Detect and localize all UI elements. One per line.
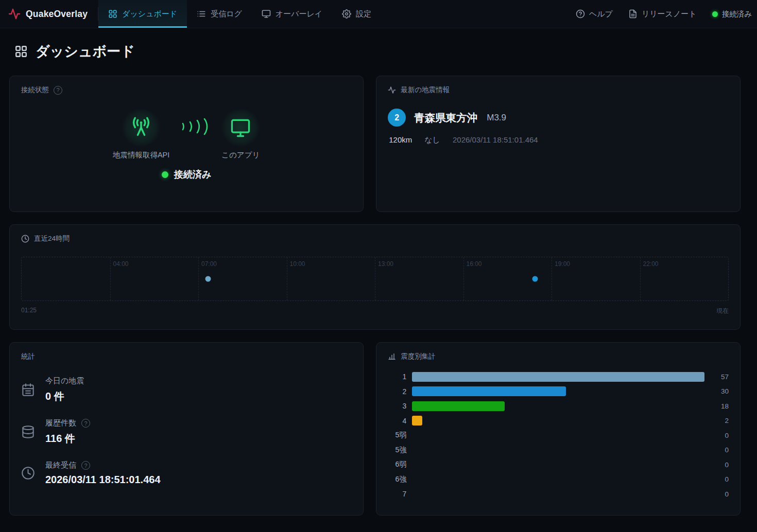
activity-waveform-icon [388, 86, 396, 94]
chart-category-label: 6弱 [388, 460, 406, 469]
stat-label-row: 最終受信 ? [45, 460, 161, 470]
chart-row: 70 [388, 487, 729, 502]
chart-row: 6弱0 [388, 457, 729, 472]
chart-bar [412, 386, 566, 396]
chart-bar-track [412, 445, 704, 455]
monitor-icon-glow [221, 108, 260, 147]
connection-diagram: 地震情報取得API このアプリ [21, 108, 352, 181]
timeline-gridline: 10:00 [287, 257, 287, 300]
stat-label: 今日の地震 [45, 376, 84, 386]
chart-category-label: 3 [388, 402, 406, 410]
brand: QuakeOverlay [0, 0, 98, 28]
quake-timestamp: 2026/03/11 18:51:01.464 [453, 135, 538, 144]
quake-tsunami: なし [424, 135, 440, 145]
chart-row: 42 [388, 414, 729, 429]
gear-icon [342, 9, 351, 19]
intensity-chart-card: 震度別集計 157230318425弱05強06弱06強070 [376, 342, 741, 516]
chart-bar-track [412, 489, 704, 499]
connection-diagram-row: 地震情報取得API このアプリ [113, 108, 260, 160]
timeline-tick-label: 04:00 [113, 260, 129, 268]
release-notes-button[interactable]: リリースノート [628, 9, 697, 19]
help-icon[interactable]: ? [81, 419, 90, 428]
chart-bar [412, 401, 504, 411]
broadcast-antenna-icon [129, 116, 153, 139]
help-icon[interactable]: ? [81, 461, 90, 470]
header-connection-status: 接続済み [712, 9, 752, 19]
chart-bar-track [412, 474, 704, 484]
page-title: ダッシュボード [14, 42, 741, 61]
dashboard-grid-icon [14, 45, 28, 58]
dashboard-grid-icon [108, 9, 117, 19]
tab-dashboard[interactable]: ダッシュボード [98, 0, 187, 28]
chart-row: 5強0 [388, 443, 729, 458]
tab-label: 受信ログ [211, 9, 242, 19]
timeline-tick-label: 22:00 [643, 260, 659, 268]
document-icon [628, 9, 638, 19]
card-title-text: 震度別集計 [401, 352, 436, 361]
app-node-label: このアプリ [221, 150, 260, 160]
bar-chart-icon [388, 352, 396, 361]
chart-row: 230 [388, 384, 729, 399]
timeline-end-label: 現在 [716, 307, 729, 315]
api-node-label: 地震情報取得API [113, 150, 169, 160]
clock-icon [21, 466, 35, 480]
timeline-tick-label: 07:00 [201, 260, 217, 268]
connection-status-row: 接続済み [162, 168, 211, 181]
chart-value-label: 57 [710, 373, 729, 381]
api-node: 地震情報取得API [113, 108, 169, 160]
connected-status-dot [712, 11, 718, 17]
stat-label: 履歴件数 [45, 418, 76, 428]
tab-overlay[interactable]: オーバーレイ [252, 0, 332, 28]
card-title-row: 直近24時間 [21, 234, 729, 243]
timeline-tick-label: 13:00 [378, 260, 393, 268]
chart-row: 6強0 [388, 472, 729, 487]
chart-category-label: 2 [388, 387, 406, 396]
card-title-row: 震度別集計 [388, 352, 729, 361]
timeline-event-dot[interactable] [205, 276, 211, 282]
signal-waves-icon [179, 112, 212, 141]
card-title-row: 接続状態 ? [21, 85, 352, 95]
connected-status-label: 接続済み [174, 168, 211, 181]
help-icon[interactable]: ? [54, 86, 62, 95]
chart-bar [412, 416, 422, 425]
list-icon [197, 9, 206, 19]
quake-depth: 120km [389, 135, 412, 144]
connection-status-card: 接続状態 ? [9, 76, 364, 212]
chart-category-label: 5強 [388, 446, 406, 455]
chart-category-label: 6強 [388, 475, 406, 484]
timeline-tick-label: 19:00 [555, 260, 570, 268]
brand-name: QuakeOverlay [26, 9, 88, 20]
quake-magnitude: M3.9 [487, 113, 506, 123]
timeline-gridline: 16:00 [463, 257, 464, 300]
intensity-badge: 2 [388, 109, 406, 127]
help-circle-icon [576, 9, 585, 19]
stat-value: 2026/03/11 18:51:01.464 [45, 474, 161, 486]
quake-headline: 2 青森県東方沖 M3.9 [388, 109, 729, 127]
stat-label-row: 今日の地震 [45, 376, 84, 386]
chart-bar-track [412, 416, 704, 425]
timeline-start-label: 01:25 [21, 307, 37, 315]
tab-settings[interactable]: 設定 [332, 0, 381, 28]
tab-label: 設定 [356, 9, 371, 19]
chart-row: 5弱0 [388, 428, 729, 443]
card-title-text: 接続状態 [21, 85, 49, 95]
chart-bar-track [412, 386, 704, 396]
timeline-track: 04:0007:0010:0013:0016:0019:0022:00 [21, 257, 729, 301]
chart-value-label: 0 [710, 475, 729, 483]
timeline-gridline: 04:00 [110, 257, 111, 300]
tab-receive-log[interactable]: 受信ログ [187, 0, 252, 28]
nav-tabs: ダッシュボード 受信ログ オーバーレイ 設定 [98, 0, 381, 28]
chart-bar [412, 372, 704, 382]
stat-row-history: 履歴件数 ? 116 件 [21, 418, 352, 446]
help-button[interactable]: ヘルプ [576, 9, 613, 19]
timeline-gridline: 22:00 [640, 257, 641, 300]
chart-value-label: 0 [710, 490, 729, 498]
stat-content: 今日の地震 0 件 [45, 376, 84, 403]
timeline-event-dot[interactable] [532, 276, 538, 282]
stat-label: 最終受信 [45, 460, 76, 470]
chart-value-label: 0 [710, 461, 729, 469]
help-label: ヘルプ [589, 9, 613, 19]
chart-row: 318 [388, 399, 729, 414]
stat-content: 最終受信 ? 2026/03/11 18:51:01.464 [45, 460, 161, 486]
connected-status-dot [162, 171, 168, 178]
